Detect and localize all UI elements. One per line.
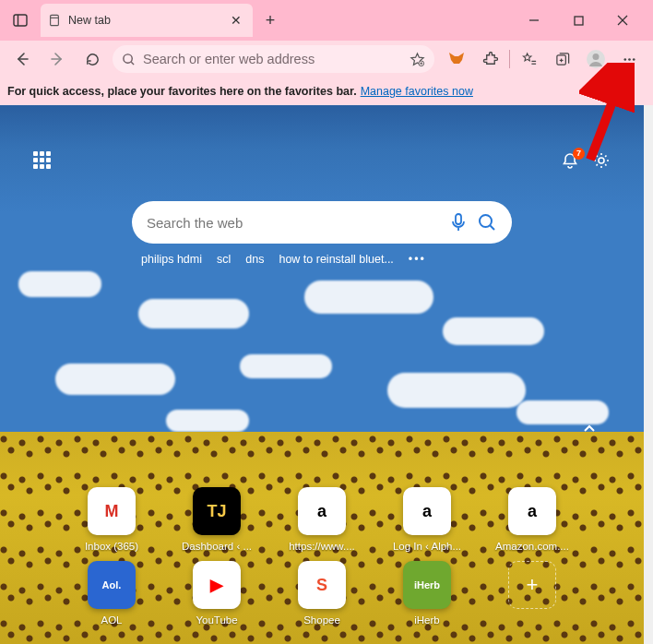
suggestion-item[interactable]: scl [217, 253, 231, 266]
quicklink-item[interactable]: Aol.AOL [73, 561, 150, 626]
puzzle-icon [482, 52, 498, 67]
tab-close-button[interactable]: ✕ [227, 11, 245, 30]
svg-line-11 [131, 62, 134, 65]
tab-actions-icon [13, 13, 28, 28]
quicklink-item[interactable]: aLog In ‹ Alph... [388, 487, 466, 552]
quicklink-item[interactable]: ahttps://www.... [283, 487, 361, 552]
svg-line-28 [491, 226, 495, 231]
forward-arrow-icon [49, 51, 65, 67]
minimize-icon [528, 15, 540, 26]
quicklink-label: Inbox (365) [73, 541, 150, 552]
window-close-button[interactable] [607, 6, 638, 34]
close-icon [617, 15, 628, 26]
cloud-decoration [18, 271, 101, 297]
quicklink-item[interactable]: TJDashboard ‹ ... [178, 487, 255, 552]
svg-point-22 [623, 58, 626, 61]
voice-search-icon[interactable] [449, 212, 468, 233]
cloud-decoration [387, 373, 526, 408]
tab-new-tab[interactable]: New tab ✕ [41, 4, 253, 37]
extensions-button[interactable] [473, 44, 506, 74]
quicklink-tile: a [403, 487, 451, 535]
svg-point-23 [628, 58, 631, 61]
search-submit-icon[interactable] [477, 212, 497, 233]
collections-icon [555, 52, 571, 67]
add-quicklink-button[interactable]: + [508, 561, 556, 609]
tab-title: New tab [68, 14, 111, 27]
toolbar-separator [509, 50, 510, 68]
star-plus-icon [410, 52, 425, 67]
profile-button[interactable] [579, 44, 612, 74]
quicklink-tile: iHerb [403, 561, 451, 609]
maximize-icon [574, 16, 584, 26]
suggestion-item[interactable]: dns [245, 253, 264, 266]
page-icon [48, 14, 61, 27]
cloud-decoration [443, 317, 544, 345]
back-arrow-icon [14, 51, 30, 67]
ntp-topbar: 7 [33, 151, 611, 173]
cloud-decoration [240, 354, 332, 378]
favorites-button[interactable] [513, 44, 546, 74]
svg-point-10 [124, 54, 132, 62]
address-bar[interactable]: Search or enter web address [113, 45, 434, 73]
quicklink-tile: a [298, 487, 346, 535]
extension-metamask-button[interactable] [440, 44, 473, 74]
window-minimize-button[interactable] [518, 6, 550, 34]
new-tab-button[interactable]: + [256, 6, 284, 34]
svg-point-27 [480, 215, 492, 227]
manage-favorites-link[interactable]: Manage favorites now [361, 85, 473, 98]
cloud-decoration [304, 280, 433, 314]
quicklink-tile: a [508, 487, 556, 535]
favorite-star-button[interactable] [405, 44, 429, 74]
quicklink-item[interactable]: ▶YouTube [178, 561, 255, 626]
quicklink-label: AOL [73, 614, 150, 626]
gear-icon [592, 151, 611, 170]
window-maximize-button[interactable] [563, 6, 594, 34]
svg-point-25 [599, 158, 604, 163]
quicklink-tile: M [88, 487, 136, 535]
notification-badge: 7 [573, 148, 585, 160]
app-launcher-button[interactable] [33, 151, 55, 173]
refresh-button[interactable] [77, 44, 107, 74]
collections-button[interactable] [546, 44, 579, 74]
quicklink-label: Log In ‹ Alph... [388, 541, 466, 552]
quicklink-tile: TJ [193, 487, 241, 535]
cloud-decoration [55, 364, 175, 395]
browser-toolbar: Search or enter web address [0, 41, 653, 78]
favorites-bar: For quick access, place your favorites h… [0, 78, 653, 105]
quicklink-item[interactable]: aAmazon.com.... [493, 487, 571, 552]
new-tab-page: 7 Search the web philips hdmi scl dns ho… [0, 105, 644, 644]
svg-rect-0 [14, 15, 27, 26]
address-placeholder: Search or enter web address [143, 52, 398, 66]
forward-button[interactable] [42, 44, 72, 74]
quicklink-label: Amazon.com.... [493, 541, 571, 552]
settings-more-button[interactable] [612, 44, 646, 74]
notifications-button[interactable]: 7 [561, 151, 579, 173]
back-button[interactable] [7, 44, 37, 74]
tab-actions-button[interactable] [6, 6, 35, 35]
quicklink-tile: S [298, 561, 346, 609]
quicklink-item[interactable]: iHerbiHerb [388, 561, 466, 626]
page-settings-button[interactable] [592, 151, 611, 173]
quicklink-label: Dashboard ‹ ... [178, 541, 255, 552]
quicklink-item[interactable]: MInbox (365) [73, 487, 150, 552]
quicklink-label: https://www.... [283, 541, 361, 552]
star-lines-icon [522, 52, 538, 67]
vertical-scrollbar[interactable] [644, 105, 653, 644]
expand-feed-button[interactable] [581, 421, 598, 441]
profile-icon [586, 49, 606, 69]
search-suggestions: philips hdmi scl dns how to reinstall bl… [132, 253, 512, 266]
suggestion-item[interactable]: how to reinstall bluet... [279, 253, 393, 266]
svg-rect-2 [51, 15, 59, 25]
cloud-decoration [138, 299, 249, 328]
more-horizontal-icon [622, 52, 637, 67]
search-icon [122, 53, 136, 66]
svg-rect-5 [575, 17, 583, 25]
web-search-box[interactable]: Search the web [132, 201, 512, 244]
quick-links: MInbox (365)TJDashboard ‹ ...ahttps://ww… [73, 487, 571, 635]
quicklink-label: YouTube [178, 614, 255, 626]
svg-point-21 [593, 54, 600, 60]
quicklink-item[interactable]: SShopee [283, 561, 361, 626]
suggestion-item[interactable]: philips hdmi [141, 253, 202, 266]
quicklink-label: iHerb [388, 614, 466, 626]
suggestions-more-button[interactable]: ••• [409, 253, 426, 266]
